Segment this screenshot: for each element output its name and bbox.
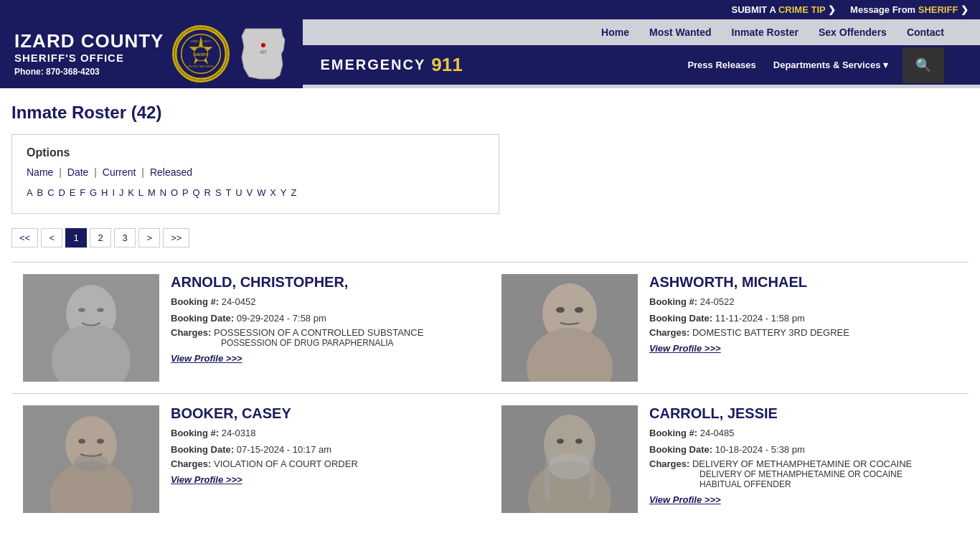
search-button[interactable]: 🔍 [903,47,944,83]
charge-1: DOMESTIC BATTERY 3RD DEGREE [692,327,849,338]
alpha-W[interactable]: W [257,187,265,198]
options-box: Options Name | Date | Current | Released… [11,134,499,214]
inmate-card-ashworth: ASHWORTH, MICHAEL Booking #: 24-0522 Boo… [490,274,969,382]
charge-2: POSSESSION OF DRUG PARAPHERNALIA [221,338,479,348]
alpha-P[interactable]: P [182,187,189,198]
header-nav: Home Most Wanted Inmate Roster Sex Offen… [303,19,980,88]
crime-tip-link[interactable]: SUBMIT A CRIME TIP ❯ [731,4,836,15]
secondary-nav-links: Press Releases Departments & Services ▾ [687,60,888,70]
inmate-roster-link[interactable]: Inmate Roster [732,27,798,38]
filter-current[interactable]: Current [103,166,136,178]
svg-text:PROTECT AND SERVE: PROTECT AND SERVE [188,65,215,68]
contact-link[interactable]: Contact [907,27,944,38]
main-content: Inmate Roster (42) Options Name | Date |… [0,88,980,539]
alpha-L[interactable]: L [138,187,143,198]
filter-date[interactable]: Date [67,166,89,178]
alpha-U[interactable]: U [235,187,242,198]
alpha-F[interactable]: F [80,187,85,198]
booking-value: 24-0522 [700,296,735,307]
alpha-K[interactable]: K [128,187,134,198]
sheriff-message-label: Message From SHERIFF ❯ [850,4,969,15]
page-title: Inmate Roster (42) [11,103,969,123]
search-icon: 🔍 [915,58,931,72]
page-1[interactable]: 1 [65,228,87,248]
inmate-booking-num: Booking #: 24-0522 [649,295,957,309]
alpha-filter: A B C D E F G H I J K L M N O P Q R S T … [27,184,484,202]
view-profile-ashworth[interactable]: View Profile >>> [649,343,721,354]
charge-1: VIOLATION OF A COURT ORDER [214,458,358,469]
alpha-R[interactable]: R [204,187,211,198]
inmate-charges: Charges: POSSESSION OF A CONTROLLED SUBS… [171,327,479,348]
booking-date-value: 09-29-2024 - 7:58 pm [237,313,326,324]
inmate-booking-date: Booking Date: 10-18-2024 - 5:38 pm [649,443,957,457]
alpha-S[interactable]: S [215,187,222,198]
view-profile-carroll[interactable]: View Profile >>> [649,494,721,505]
alpha-X[interactable]: X [270,187,276,198]
page-3[interactable]: 3 [114,228,136,248]
page-next[interactable]: > [138,228,160,248]
inmate-charges: Charges: VIOLATION OF A COURT ORDER [171,458,479,469]
alpha-O[interactable]: O [171,187,178,198]
inmate-booking-num: Booking #: 24-0452 [171,295,479,309]
inmate-booking-num: Booking #: 24-0318 [171,426,479,441]
inmate-list: ARNOLD, CHRISTOPHER, Booking #: 24-0452 … [11,262,969,524]
svg-rect-28 [23,405,159,513]
alpha-B[interactable]: B [37,187,44,198]
inmate-charges: Charges: DELIVERY OF METHAMPHETAMINE OR … [649,458,957,489]
inmate-photo-carroll [501,405,638,513]
alpha-G[interactable]: G [90,187,97,198]
alpha-Q[interactable]: Q [193,187,200,198]
booking-label: Booking #: [649,428,697,438]
emergency-info: EMERGENCY 911 [303,45,687,85]
departments-services-link[interactable]: Departments & Services ▾ [773,60,888,70]
press-releases-link[interactable]: Press Releases [687,60,755,70]
inmate-photo-ashworth [501,274,638,382]
svg-text:SHERIFF: SHERIFF [194,53,209,57]
filter-released[interactable]: Released [150,166,192,178]
alpha-C[interactable]: C [47,187,54,198]
view-profile-arnold[interactable]: View Profile >>> [171,353,242,364]
alpha-T[interactable]: T [225,187,231,198]
home-link[interactable]: Home [601,27,629,38]
inmate-card-arnold: ARNOLD, CHRISTOPHER, Booking #: 24-0452 … [11,274,490,382]
crime-tip-label: SUBMIT A CRIME TIP ❯ [731,4,836,15]
alpha-J[interactable]: J [119,187,124,198]
booking-date-value: 10-18-2024 - 5:38 pm [715,444,805,455]
alpha-Z[interactable]: Z [291,187,296,198]
svg-rect-21 [501,274,638,382]
svg-rect-35 [501,405,638,513]
alpha-D[interactable]: D [58,187,65,198]
inmate-booking-date: Booking Date: 11-11-2024 - 1:58 pm [649,311,957,326]
page-first[interactable]: << [11,228,38,248]
inmate-booking-date: Booking Date: 07-15-2024 - 10:17 am [171,443,479,457]
page-2[interactable]: 2 [90,228,111,248]
agency-name-line2: SHERIFF'S OFFICE [14,52,164,64]
header-branding: IZARD COUNTY SHERIFF'S OFFICE Phone: 870… [0,19,303,88]
inmate-card-carroll: CARROLL, JESSIE Booking #: 24-0485 Booki… [490,405,969,513]
alpha-E[interactable]: E [70,187,76,198]
phone-number: 870-368-4203 [46,67,100,77]
page-prev[interactable]: < [41,228,62,248]
alpha-I[interactable]: I [112,187,115,198]
alpha-H[interactable]: H [101,187,108,198]
filter-name[interactable]: Name [27,166,53,178]
page-last[interactable]: >> [163,228,189,248]
sex-offenders-link[interactable]: Sex Offenders [819,27,887,38]
inmate-info-booker: BOOKER, CASEY Booking #: 24-0318 Booking… [171,405,479,485]
most-wanted-link[interactable]: Most Wanted [649,27,712,38]
view-profile-booker[interactable]: View Profile >>> [171,474,242,485]
alpha-A[interactable]: A [27,187,33,198]
inmate-name: BOOKER, CASEY [171,405,479,422]
filter-links: Name | Date | Current | Released [27,166,484,178]
alpha-N[interactable]: N [160,187,166,198]
booking-value: 24-0452 [222,296,256,307]
charge-2: DELIVERY OF METHAMPHETAMINE OR COCAINE [699,469,957,479]
alpha-M[interactable]: M [148,187,156,198]
booking-label: Booking #: [171,428,219,438]
inmate-charges: Charges: DOMESTIC BATTERY 3RD DEGREE [649,327,957,338]
alpha-V[interactable]: V [247,187,253,198]
alpha-Y[interactable]: Y [281,187,287,198]
charge-1: DELIVERY OF METHAMPHETAMINE OR COCAINE [692,458,912,469]
sheriff-message-link[interactable]: Message From SHERIFF ❯ [850,4,969,15]
booking-date-label: Booking Date: [649,444,712,455]
